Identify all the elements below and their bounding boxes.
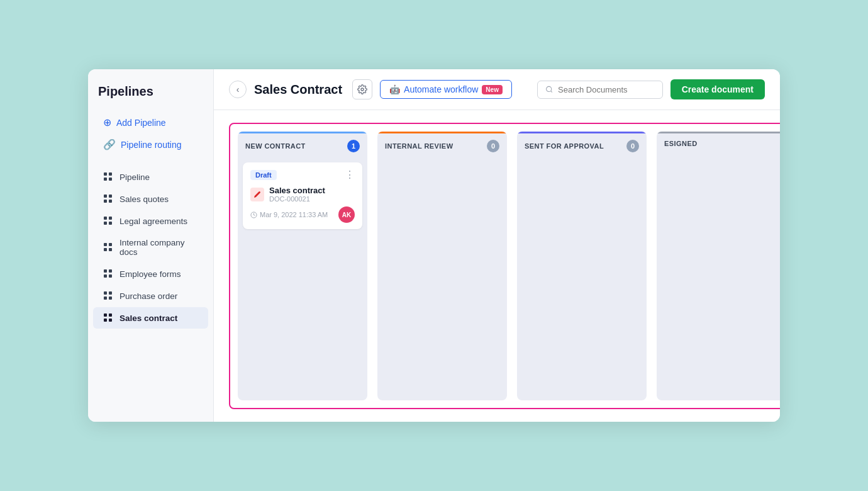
col-title-sent-approval: SENT FOR APPROVAL xyxy=(525,142,604,150)
grid-icon-pipeline xyxy=(103,172,113,182)
pencil-icon xyxy=(253,191,261,198)
card-top: Draft ⋮ xyxy=(250,169,355,181)
col-count-new-contract: 1 xyxy=(347,140,360,152)
avatar: AK xyxy=(338,206,355,223)
col-header-new-contract: NEW CONTRACT 1 xyxy=(238,132,367,157)
card-status-badge: Draft xyxy=(250,170,277,180)
back-button[interactable]: ‹ xyxy=(229,81,247,98)
clock-icon xyxy=(250,212,257,218)
sidebar-title: Pipelines xyxy=(88,84,213,111)
kanban-card: Draft ⋮ Sales contract xyxy=(243,162,362,229)
col-count-sent-approval: 0 xyxy=(626,140,639,152)
sidebar-item-purchase-order[interactable]: Purchase order xyxy=(93,285,208,307)
nav-label-purchase: Purchase order xyxy=(120,291,177,301)
nav-label-employee: Employee forms xyxy=(120,269,181,279)
svg-point-1 xyxy=(546,86,551,91)
main-header: ‹ Sales Contract 🤖 Automate workflow New xyxy=(214,69,780,110)
grid-icon-internal xyxy=(103,242,113,252)
nav-label-sales-quotes: Sales quotes xyxy=(120,195,169,204)
sidebar-item-sales-contract[interactable]: Sales contract xyxy=(93,307,208,329)
doc-id: DOC-000021 xyxy=(269,195,355,203)
sidebar: Pipelines ⊕ Add Pipeline 🔗 Pipeline rout… xyxy=(88,69,214,422)
search-input[interactable] xyxy=(558,85,655,94)
grid-icon-purchase xyxy=(103,291,113,301)
automate-label: Automate workflow xyxy=(404,84,478,94)
nav-label-sales-contract: Sales contract xyxy=(120,313,177,323)
col-title-new-contract: NEW CONTRACT xyxy=(245,142,306,150)
doc-name: Sales contract xyxy=(269,186,355,195)
card-timestamp: Mar 9, 2022 11:33 AM xyxy=(260,211,328,218)
grid-icon-employee xyxy=(103,269,113,279)
col-header-sent-approval: SENT FOR APPROVAL 0 xyxy=(517,132,647,157)
grid-icon-legal xyxy=(103,216,113,226)
sidebar-item-legal-agreements[interactable]: Legal agreements xyxy=(93,210,208,232)
app-window: Pipelines ⊕ Add Pipeline 🔗 Pipeline rout… xyxy=(88,69,780,422)
search-icon xyxy=(545,85,553,94)
pipeline-routing-action[interactable]: 🔗 Pipeline routing xyxy=(93,133,208,155)
col-title-esigned: ESIGNED xyxy=(664,140,698,147)
column-sent-for-approval: SENT FOR APPROVAL 0 xyxy=(517,132,647,400)
kanban-board: NEW CONTRACT 1 Draft ⋮ xyxy=(229,123,780,409)
sidebar-item-sales-quotes[interactable]: Sales quotes xyxy=(93,188,208,210)
add-icon: ⊕ xyxy=(103,116,111,128)
column-internal-review: INTERNAL REVIEW 0 xyxy=(377,132,507,400)
add-pipeline-action[interactable]: ⊕ Add Pipeline xyxy=(93,111,208,133)
settings-button[interactable] xyxy=(352,79,372,99)
col-title-internal-review: INTERNAL REVIEW xyxy=(385,142,453,150)
card-menu-button[interactable]: ⋮ xyxy=(345,169,355,181)
doc-info: Sales contract DOC-000021 xyxy=(269,186,355,203)
sidebar-item-employee-forms[interactable]: Employee forms xyxy=(93,263,208,285)
search-box[interactable] xyxy=(537,81,663,99)
sidebar-item-pipeline[interactable]: Pipeline xyxy=(93,166,208,188)
automate-workflow-button[interactable]: 🤖 Automate workflow New xyxy=(380,80,512,99)
card-time: Mar 9, 2022 11:33 AM xyxy=(250,211,328,218)
col-body-new-contract: Draft ⋮ Sales contract xyxy=(238,157,367,400)
col-body-esigned xyxy=(657,152,780,400)
pipeline-routing-label: Pipeline routing xyxy=(121,140,182,150)
add-pipeline-label: Add Pipeline xyxy=(116,118,166,128)
card-doc-row: Sales contract DOC-000021 xyxy=(250,186,355,203)
kanban-area: NEW CONTRACT 1 Draft ⋮ xyxy=(214,110,780,422)
nav-label-pipeline: Pipeline xyxy=(120,172,150,182)
main-content: ‹ Sales Contract 🤖 Automate workflow New xyxy=(214,69,780,422)
nav-label-internal: Internal company docs xyxy=(120,238,198,257)
card-footer: Mar 9, 2022 11:33 AM AK xyxy=(250,206,355,223)
sidebar-item-internal-docs[interactable]: Internal company docs xyxy=(93,232,208,262)
routing-icon: 🔗 xyxy=(103,138,116,150)
col-body-internal-review xyxy=(377,157,507,400)
automate-icon: 🤖 xyxy=(389,84,400,94)
grid-icon-sales-quotes xyxy=(103,194,113,204)
new-badge: New xyxy=(482,85,503,94)
grid-icon-sales-contract xyxy=(103,313,113,323)
svg-point-0 xyxy=(361,88,364,91)
col-body-sent-approval xyxy=(517,157,647,400)
col-count-internal-review: 0 xyxy=(487,140,499,152)
doc-icon xyxy=(250,188,264,201)
column-esigned: ESIGNED xyxy=(657,132,780,400)
nav-label-legal: Legal agreements xyxy=(120,217,187,226)
col-header-esigned: ESIGNED xyxy=(657,132,780,152)
create-document-button[interactable]: Create document xyxy=(670,79,765,99)
column-new-contract: NEW CONTRACT 1 Draft ⋮ xyxy=(238,132,367,400)
page-title: Sales Contract xyxy=(254,82,342,97)
col-header-internal-review: INTERNAL REVIEW 0 xyxy=(377,132,507,157)
svg-line-2 xyxy=(550,91,552,92)
